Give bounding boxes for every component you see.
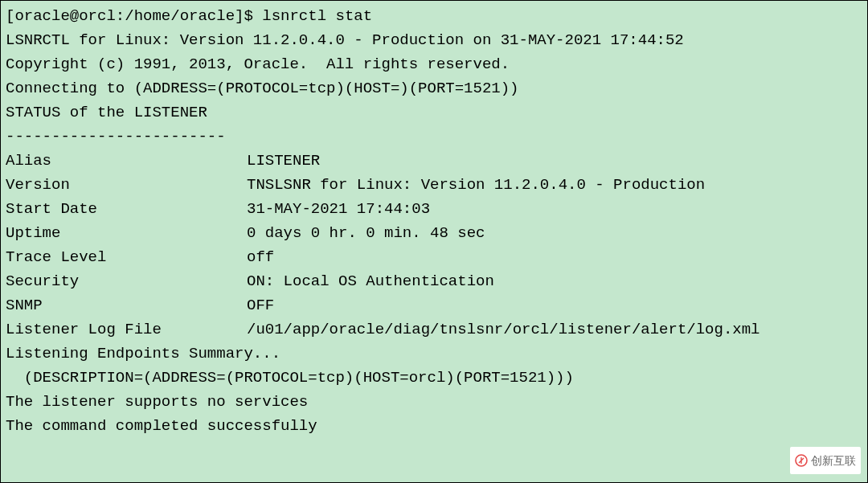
- shell-prompt: [oracle@orcl:/home/oracle]$: [6, 7, 262, 25]
- field-value: 0 days 0 hr. 0 min. 48 sec: [247, 224, 485, 242]
- command-line[interactable]: [oracle@orcl:/home/oracle]$ lsnrctl stat: [6, 4, 862, 28]
- field-value: off: [247, 248, 274, 266]
- field-label: Trace Level: [6, 245, 247, 269]
- field-label: Alias: [6, 149, 247, 173]
- field-value: OFF: [247, 297, 274, 314]
- field-value: ON: Local OS Authentication: [247, 272, 494, 290]
- watermark-logo: 创新互联: [790, 447, 861, 474]
- logo-icon: [795, 454, 808, 467]
- field-value: /u01/app/oracle/diag/tnslsnr/orcl/listen…: [247, 321, 760, 338]
- banner-line: LSNRCTL for Linux: Version 11.2.0.4.0 - …: [6, 28, 862, 52]
- no-services-line: The listener supports no services: [6, 390, 862, 414]
- field-label: SNMP: [6, 293, 247, 317]
- terminal-output: [oracle@orcl:/home/oracle]$ lsnrctl stat…: [6, 4, 862, 438]
- connecting-line: Connecting to (ADDRESS=(PROTOCOL=tcp)(HO…: [6, 76, 862, 100]
- field-start-date: Start Date31-MAY-2021 17:44:03: [6, 197, 862, 221]
- field-trace-level: Trace Leveloff: [6, 245, 862, 269]
- divider-line: ------------------------: [6, 125, 862, 149]
- field-snmp: SNMPOFF: [6, 293, 862, 317]
- watermark-text: 创新互联: [811, 448, 856, 473]
- field-label: Start Date: [6, 197, 247, 221]
- field-value: TNSLSNR for Linux: Version 11.2.0.4.0 - …: [247, 176, 705, 194]
- field-log-file: Listener Log File/u01/app/oracle/diag/tn…: [6, 317, 862, 342]
- field-label: Uptime: [6, 221, 247, 245]
- field-value: LISTENER: [247, 152, 320, 170]
- field-label: Version: [6, 173, 247, 197]
- copyright-line: Copyright (c) 1991, 2013, Oracle. All ri…: [6, 52, 862, 76]
- field-uptime: Uptime0 days 0 hr. 0 min. 48 sec: [6, 221, 862, 245]
- field-version: VersionTNSLSNR for Linux: Version 11.2.0…: [6, 173, 862, 197]
- field-value: 31-MAY-2021 17:44:03: [247, 200, 430, 218]
- endpoints-description: (DESCRIPTION=(ADDRESS=(PROTOCOL=tcp)(HOS…: [6, 366, 862, 390]
- field-label: Listener Log File: [6, 317, 247, 342]
- field-security: SecurityON: Local OS Authentication: [6, 269, 862, 293]
- endpoints-header: Listening Endpoints Summary...: [6, 342, 862, 366]
- command-input[interactable]: lsnrctl stat: [262, 7, 372, 25]
- completed-line: The command completed successfully: [6, 414, 862, 438]
- field-alias: AliasLISTENER: [6, 149, 862, 173]
- status-header: STATUS of the LISTENER: [6, 100, 862, 125]
- field-label: Security: [6, 269, 247, 293]
